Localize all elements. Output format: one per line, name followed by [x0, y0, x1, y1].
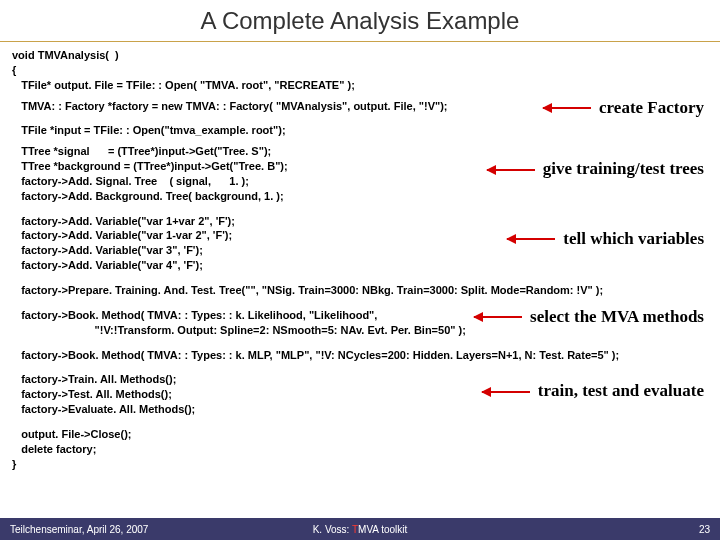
arrow-icon	[482, 391, 530, 393]
annotation-label: tell which variables	[563, 228, 704, 251]
title-bar: A Complete Analysis Example	[0, 0, 720, 42]
code-line: delete factory;	[12, 442, 710, 457]
annotation-create-factory: create Factory	[543, 97, 704, 120]
footer-center: K. Voss: TMVA toolkit	[313, 524, 408, 535]
annotation-train-test: train, test and evaluate	[482, 380, 704, 403]
arrow-icon	[507, 238, 555, 240]
code-line: TTree *signal = (TTree*)input->Get("Tree…	[12, 144, 710, 159]
arrow-icon	[474, 316, 522, 318]
code-line: TFile* output. File = TFile: : Open( "TM…	[12, 78, 710, 93]
code-line: factory->Add. Variable("var 4", 'F');	[12, 258, 710, 273]
annotation-label: give training/test trees	[543, 158, 704, 181]
code-line: {	[12, 63, 710, 78]
code-line: factory->Evaluate. All. Methods();	[12, 402, 710, 417]
annotation-variables: tell which variables	[507, 228, 704, 251]
code-line: factory->Book. Method( TMVA: : Types: : …	[12, 348, 710, 363]
code-line: output. File->Close();	[12, 427, 710, 442]
footer-page-number: 23	[699, 524, 710, 535]
code-line: factory->Add. Background. Tree( backgrou…	[12, 189, 710, 204]
code-content: void TMVAnalysis( ) { TFile* output. Fil…	[0, 42, 720, 471]
slide-title: A Complete Analysis Example	[201, 7, 520, 35]
code-line: void TMVAnalysis( )	[12, 48, 710, 63]
annotation-select-mva: select the MVA methods	[474, 306, 704, 329]
annotation-label: create Factory	[599, 97, 704, 120]
arrow-icon	[543, 107, 591, 109]
annotation-label: select the MVA methods	[530, 306, 704, 329]
footer-left: Teilchenseminar, April 26, 2007	[10, 524, 148, 535]
code-line: TFile *input = TFile: : Open("tmva_examp…	[12, 123, 710, 138]
code-line: }	[12, 457, 710, 472]
code-line: factory->Add. Variable("var 1+var 2", 'F…	[12, 214, 710, 229]
annotation-label: train, test and evaluate	[538, 380, 704, 403]
arrow-icon	[487, 169, 535, 171]
annotation-training-trees: give training/test trees	[487, 158, 704, 181]
footer-bar: Teilchenseminar, April 26, 2007 K. Voss:…	[0, 518, 720, 540]
code-line: factory->Prepare. Training. And. Test. T…	[12, 283, 710, 298]
